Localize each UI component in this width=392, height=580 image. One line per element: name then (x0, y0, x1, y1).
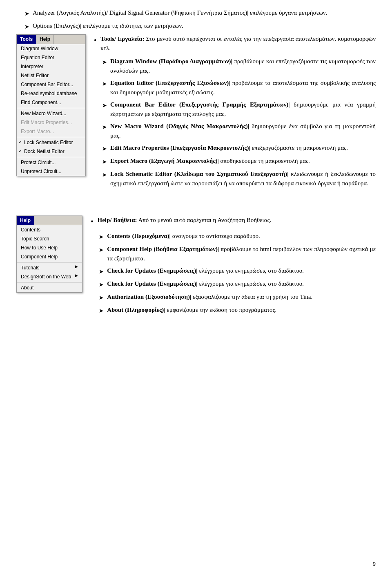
analyzer-text: Analyzer (Λογικός Αναλυτής)/ Digital Sig… (33, 8, 376, 18)
check-updates-arrow-item-1: ➤ Check for Updates (Ενημερώσεις)| ελέγχ… (99, 266, 376, 276)
about-rest: εμφανίζουμε την έκδοση του προγράμματος. (167, 307, 276, 313)
about-text: About (Πληροφορίες)| εμφανίζουμε την έκδ… (107, 305, 376, 315)
diagram-text: Diagram Window (Παράθυρο Διαγραμμάτων)| … (110, 57, 376, 75)
lock-schematic-arrow-item: ➤ Lock Schematic Editor (Κλείδωμα του Σχ… (102, 169, 376, 188)
component-help-arrow-item: ➤ Component Help (Βοήθεια Εξαρτημάτων)| … (99, 244, 376, 263)
export-macro-arrow-item: ➤ Export Macro (Εξαγωγή Μακροεντολής)| α… (102, 156, 376, 166)
tools-section: ➤ Analyzer (Λογικός Αναλυτής)/ Digital S… (16, 8, 376, 191)
arrow-icon-7: ➤ (102, 144, 107, 153)
help-section: Help Contents Topic Search How to Use He… (16, 216, 376, 318)
options-arrow-item: ➤ Options (Επιλογές)| επιλέγουμε τις ιδι… (24, 21, 376, 31)
help-separator-2 (17, 282, 82, 282)
component-help-bold: Component Help (Βοήθεια Εξαρτημάτων)| (107, 246, 219, 252)
arrow-icon-14: ➤ (99, 293, 104, 302)
authorization-text: Authorization (Εξουσιοδότηση)| εξασφαλίζ… (107, 292, 376, 302)
page-number: 9 (373, 560, 376, 568)
component-help-text: Component Help (Βοήθεια Εξαρτημάτων)| πρ… (107, 244, 376, 263)
arrow-icon-6: ➤ (102, 123, 107, 131)
contents-arrow-item: ➤ Contents (Περιεχόμενα)| ανοίγουμε το α… (99, 231, 376, 241)
arrow-icon-10: ➤ (99, 233, 104, 241)
bullet-dot: • (94, 35, 96, 46)
menu-item-reread-symbol[interactable]: Re-read symbol database (17, 89, 85, 98)
check-updates-bold-2: Check for Updates (Ενημερώσεις)| (107, 280, 197, 287)
page-content: ➤ Analyzer (Λογικός Αναλυτής)/ Digital S… (16, 8, 376, 318)
tools-section-text: • Tools/ Εργαλεία: Στο μενού αυτό περιέχ… (94, 34, 376, 191)
contents-rest: ανοίγουμε το αντίστοιχο παράθυρο. (172, 233, 260, 239)
authorization-arrow-item: ➤ Authorization (Εξουσιοδότηση)| εξασφαλ… (99, 292, 376, 302)
help-bullet-item: • Help/ Βοήθεια: Από το μενού αυτό παρέχ… (91, 216, 376, 227)
help-menu-contents[interactable]: Contents (17, 225, 82, 234)
about-bold: About (Πληροφορίες)| (107, 307, 165, 313)
component-bar-bold: Component Bar Editor (Επεξεργαστής Γραμμ… (110, 101, 290, 108)
lock-schematic-bold: Lock Schematic Editor (Κλείδωμα του Σχημ… (110, 171, 289, 177)
arrow-icon-11: ➤ (99, 246, 104, 254)
options-text: Options (Επιλογές)| επιλέγουμε τις ιδιότ… (33, 21, 376, 31)
arrow-icon-5: ➤ (102, 101, 107, 110)
new-macro-arrow-item: ➤ New Macro Wizard (Οδηγός Νέας Μακροεντ… (102, 122, 376, 140)
arrow-icon: ➤ (24, 9, 29, 18)
menu-item-new-macro-wizard[interactable]: New Macro Wizard... (17, 109, 85, 118)
menu-item-lock-schematic[interactable]: Lock Schematic Editor (17, 138, 85, 147)
help-menu-component-help[interactable]: Component Help (17, 252, 82, 261)
help-bullet-content: Help/ Βοήθεια: Από το μενού αυτό παρέχετ… (98, 216, 376, 225)
arrow-icon-9: ➤ (102, 171, 107, 179)
authorization-rest: εξασφαλίζουμε την άδεια για τη χρήση του… (193, 293, 312, 300)
tools-bold-label: Tools/ Εργαλεία: (100, 36, 144, 42)
contents-bold: Contents (Περιεχόμενα)| (107, 233, 171, 239)
menu-item-diagram-window[interactable]: Diagram Window (17, 44, 85, 53)
menu-item-protect-circuit[interactable]: Protect Circuit... (17, 158, 85, 167)
menu-separator-2 (17, 137, 85, 137)
edit-macro-arrow-item: ➤ Edit Macro Properties (Επεξεργασία Μακ… (102, 143, 376, 153)
menu-item-unprotect-circuit[interactable]: Unprotect Circuit... (17, 167, 85, 176)
help-menu-tutorials[interactable]: Tutorials (17, 263, 82, 272)
contents-text: Contents (Περιεχόμενα)| ανοίγουμε το αντ… (107, 231, 376, 241)
arrow-icon-12: ➤ (99, 267, 104, 276)
check-updates-rest-1: ελέγχουμε για ενημερώσεις στο διαδίκτυο. (199, 267, 304, 274)
diagram-arrow-item: ➤ Diagram Window (Παράθυρο Διαγραμμάτων)… (102, 57, 376, 75)
help-menu-header: Help (17, 216, 82, 225)
new-macro-text: New Macro Wizard (Οδηγός Νέας Μακροεντολ… (110, 122, 376, 140)
menu-item-netlist-editor[interactable]: Netlist Editor (17, 71, 85, 80)
help-menu-topic-search[interactable]: Topic Search (17, 234, 82, 243)
menu-item-find-component[interactable]: Find Component... (17, 98, 85, 107)
equation-text: Equation Editor (Επεξεργαστής Εξισώσεων)… (110, 78, 376, 97)
edit-macro-text: Edit Macro Properties (Επεξεργασία Μακρο… (110, 143, 376, 153)
component-bar-text: Component Bar Editor (Επεξεργαστής Γραμμ… (110, 100, 376, 118)
help-menu-header-item[interactable]: Help (17, 216, 34, 225)
arrow-icon-2: ➤ (24, 22, 29, 31)
help-section-with-menu: Help Contents Topic Search How to Use He… (16, 216, 376, 318)
menu-item-component-bar-editor[interactable]: Component Bar Editor... (17, 80, 85, 89)
tools-menu-popup: Tools Help Diagram Window Equation Edito… (16, 34, 86, 176)
arrow-icon-4: ➤ (102, 80, 107, 88)
help-separator-1 (17, 262, 82, 262)
help-menu-about[interactable]: About (17, 283, 82, 292)
equation-bold: Equation Editor (Επεξεργαστής Εξισώσεων)… (110, 80, 230, 86)
arrow-icon-8: ➤ (102, 158, 107, 166)
menu-item-export-macro: Export Macro... (17, 127, 85, 136)
arrow-icon-3: ➤ (102, 58, 107, 67)
help-desc-text: Από το μενού αυτό παρέχεται η Αναζήτηση … (138, 217, 271, 223)
help-menu-designsoft[interactable]: DesignSoft on the Web (17, 272, 82, 281)
check-updates-bold-1: Check for Updates (Ενημερώσεις)| (107, 267, 197, 274)
component-bar-arrow-item: ➤ Component Bar Editor (Επεξεργαστής Γρα… (102, 100, 376, 118)
tools-menu-header: Tools Help (17, 35, 85, 44)
check-updates-rest-2: ελέγχουμε για ενημερώσεις στο διαδίκτυο. (199, 280, 304, 287)
check-updates-text-1: Check for Updates (Ενημερώσεις)| ελέγχου… (107, 266, 376, 276)
edit-macro-bold: Edit Macro Properties (Επεξεργασία Μακρο… (110, 144, 250, 151)
menu-item-interpreter[interactable]: Interpreter (17, 62, 85, 71)
tools-menu-header-tools[interactable]: Tools (17, 35, 36, 44)
tools-menu-header-help[interactable]: Help (36, 35, 54, 44)
menu-item-equation-editor[interactable]: Equation Editor (17, 53, 85, 62)
menu-item-dock-netlist[interactable]: Dock Netlist Editor (17, 147, 85, 156)
check-updates-text-2: Check for Updates (Ενημερώσεις)| ελέγχου… (107, 279, 376, 289)
help-bold-label: Help/ Βοήθεια: (98, 217, 137, 223)
help-menu-container: Help Contents Topic Search How to Use He… (16, 216, 82, 299)
help-menu-how-to-use[interactable]: How to Use Help (17, 243, 82, 252)
edit-macro-rest: επεξεργαζόμαστε τη μακροεντολή μας. (252, 144, 348, 151)
tools-bullet-item: • Tools/ Εργαλεία: Στο μενού αυτό περιέχ… (94, 34, 376, 53)
diagram-bold: Diagram Window (Παράθυρο Διαγραμμάτων)| (110, 58, 232, 64)
check-updates-arrow-item-2: ➤ Check for Updates (Ενημερώσεις)| ελέγχ… (99, 279, 376, 289)
lock-schematic-text: Lock Schematic Editor (Κλείδωμα του Σχημ… (110, 169, 376, 188)
menu-separator-1 (17, 108, 85, 108)
tools-menu-container: Tools Help Diagram Window Equation Edito… (16, 34, 86, 182)
